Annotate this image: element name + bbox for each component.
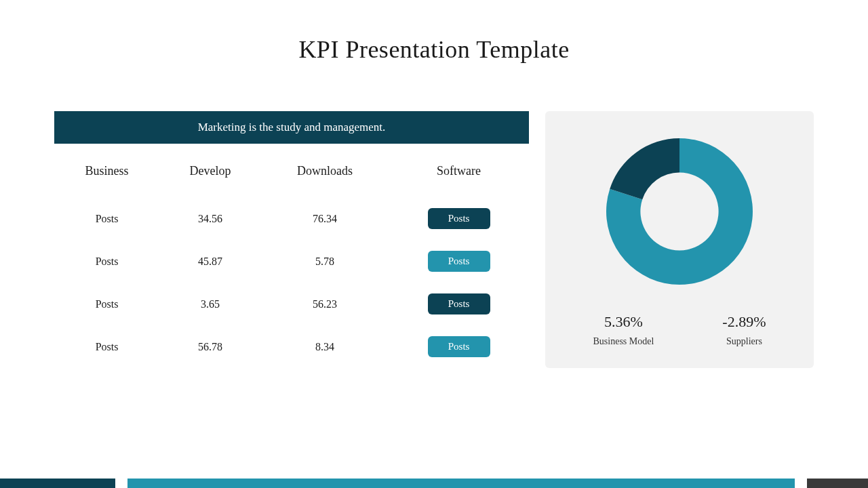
cell-downloads: 5.78 <box>261 240 389 283</box>
posts-pill[interactable]: Posts <box>428 251 490 272</box>
stat-suppliers: -2.89% Suppliers <box>722 313 766 347</box>
cell-business: Posts <box>54 283 159 325</box>
cell-business: Posts <box>54 197 159 240</box>
footer-bar-grey <box>807 479 868 488</box>
donut-chart <box>598 130 761 293</box>
table-panel: Marketing is the study and management. B… <box>54 111 529 368</box>
cell-develop: 45.87 <box>159 240 261 283</box>
footer-bar-dark <box>0 479 115 488</box>
table-caption: Marketing is the study and management. <box>54 111 529 144</box>
kpi-table: Business Develop Downloads Software Post… <box>54 152 529 368</box>
cell-software: Posts <box>389 197 529 240</box>
cell-business: Posts <box>54 325 159 368</box>
col-downloads: Downloads <box>261 152 389 197</box>
footer-decor <box>0 479 868 488</box>
content-area: Marketing is the study and management. B… <box>0 111 868 368</box>
col-software: Software <box>389 152 529 197</box>
cell-develop: 56.78 <box>159 325 261 368</box>
col-business: Business <box>54 152 159 197</box>
cell-software: Posts <box>389 283 529 325</box>
footer-bar-teal <box>127 479 795 488</box>
page-title: KPI Presentation Template <box>0 0 868 64</box>
cell-develop: 3.65 <box>159 283 261 325</box>
stats-row: 5.36% Business Model -2.89% Suppliers <box>559 313 800 347</box>
stat-value: -2.89% <box>722 313 766 331</box>
stat-business-model: 5.36% Business Model <box>593 313 654 347</box>
chart-panel: 5.36% Business Model -2.89% Suppliers <box>545 111 814 368</box>
stat-label: Suppliers <box>722 336 766 347</box>
posts-pill[interactable]: Posts <box>428 293 490 314</box>
table-header-row: Business Develop Downloads Software <box>54 152 529 197</box>
stat-label: Business Model <box>593 336 654 347</box>
cell-software: Posts <box>389 325 529 368</box>
donut-segment <box>610 138 679 199</box>
table-row: Posts34.5676.34Posts <box>54 197 529 240</box>
table-row: Posts3.6556.23Posts <box>54 283 529 325</box>
cell-business: Posts <box>54 240 159 283</box>
cell-downloads: 76.34 <box>261 197 389 240</box>
table-row: Posts56.788.34Posts <box>54 325 529 368</box>
posts-pill[interactable]: Posts <box>428 208 490 229</box>
posts-pill[interactable]: Posts <box>428 336 490 357</box>
cell-downloads: 8.34 <box>261 325 389 368</box>
cell-downloads: 56.23 <box>261 283 389 325</box>
col-develop: Develop <box>159 152 261 197</box>
stat-value: 5.36% <box>593 313 654 331</box>
table-row: Posts45.875.78Posts <box>54 240 529 283</box>
cell-develop: 34.56 <box>159 197 261 240</box>
cell-software: Posts <box>389 240 529 283</box>
